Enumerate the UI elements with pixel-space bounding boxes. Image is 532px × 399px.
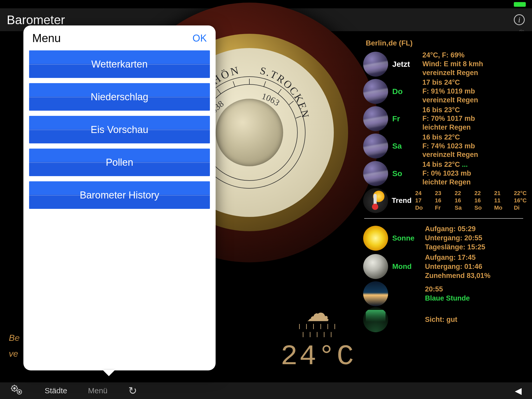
svg-line-24 (12, 386, 13, 387)
forecast-weather-icon (363, 161, 388, 186)
svg-line-26 (16, 386, 17, 387)
current-temp: 24°C (281, 340, 355, 373)
menu-item-barometer-history[interactable]: Barometer History (29, 181, 210, 209)
trend-cell: 16 (435, 197, 450, 204)
trend-cell: 16 (474, 197, 490, 204)
trend-icon (363, 188, 388, 213)
astro-row[interactable]: Sicht: gut (363, 307, 524, 332)
forecast-text: 17 bis 24°CF: 91% 1019 mbvereinzelt Rege… (422, 78, 478, 104)
svg-line-11 (289, 101, 294, 105)
trend-cell: 22 (474, 190, 490, 197)
moon-icon (363, 254, 388, 279)
settings-button[interactable] (10, 384, 24, 397)
popover-ok-button[interactable]: OK (192, 33, 207, 44)
forecast-row[interactable]: Do17 bis 24°CF: 91% 1019 mbvereinzelt Re… (363, 78, 524, 104)
svg-line-27 (12, 390, 13, 391)
trend-cell: 24 (415, 190, 431, 197)
forecast-day-label: So (392, 169, 418, 178)
forecast-weather-icon (363, 134, 388, 158)
popover-arrow-icon (103, 370, 115, 376)
sun-icon (363, 226, 388, 251)
menu-item-wetterkarten[interactable]: Wetterkarten (29, 50, 210, 78)
rain-cloud-icon: ☁ (281, 301, 355, 325)
info-button[interactable]: i (514, 14, 525, 25)
forecast-day-label: Jetzt (392, 60, 418, 69)
forecast-text: 14 bis 22°C ...F: 0% 1023 mbleichter Reg… (422, 160, 471, 187)
trend-grid: 242322222122°C171616161116°CDoFrSaSoMoDi (415, 190, 529, 211)
trend-cell: Sa (455, 204, 470, 211)
trend-cell: 17 (415, 197, 431, 204)
forecast-weather-icon (363, 52, 388, 77)
trend-cell: 21 (494, 190, 510, 197)
forecast-row[interactable]: Jetzt24°C, F: 69%Wind: E mit 8 kmhverein… (363, 51, 524, 77)
trend-cell: 23 (435, 190, 450, 197)
svg-line-8 (217, 89, 221, 94)
location-title: Berlin,de (FL) (366, 39, 524, 47)
astro-row[interactable]: SonneAufgang: 05:29Untergang: 20:55Tages… (363, 224, 524, 252)
forecast-row[interactable]: So14 bis 22°C ...F: 0% 1023 mbleichter R… (363, 160, 524, 187)
svg-line-9 (278, 89, 281, 94)
forecast-panel: Berlin,de (FL) Jetzt24°C, F: 69%Wind: E … (363, 39, 524, 333)
forecast-text: 16 bis 23°CF: 70% 1017 mbleichter Regen (422, 106, 475, 132)
forecast-row[interactable]: Fr16 bis 23°CF: 70% 1017 mbleichter Rege… (363, 106, 524, 132)
forecast-row[interactable]: Sa16 bis 22°CF: 74% 1023 mbvereinzelt Re… (363, 133, 524, 159)
reload-button[interactable]: ↻ (128, 385, 137, 397)
trend-cell: Di (514, 204, 529, 211)
astro-text: 20:55Blaue Stunde (425, 285, 470, 303)
svg-line-6 (233, 81, 235, 87)
astro-row[interactable]: 20:55Blaue Stunde (363, 281, 524, 306)
forecast-text: 16 bis 22°CF: 74% 1023 mbvereinzelt Rege… (422, 133, 478, 159)
trend-cell: 11 (494, 197, 510, 204)
rain-icon: ׀ ׀ ׀ ׀ ׀ ׀׀ ׀ ׀ ׀ ׀ (281, 322, 355, 338)
menu-button[interactable]: Menü (88, 386, 108, 395)
left-bottom-line1: Be (9, 330, 20, 346)
divider (364, 218, 523, 219)
aurora-icon (363, 307, 388, 332)
trend-cell: So (474, 204, 490, 211)
svg-point-17 (14, 387, 15, 389)
forecast-weather-icon (363, 106, 388, 131)
popover-title: Menu (32, 32, 61, 45)
astro-label: Sonne (392, 234, 421, 242)
bluehour-icon (363, 281, 388, 306)
left-bottom-line2: ve (9, 346, 20, 362)
astro-text: Aufgang: 05:29Untergang: 20:55Tageslänge… (425, 224, 485, 252)
forecast-day-label: Do (392, 87, 418, 96)
astro-text: Aufgang: 17:45Untergang: 01:46Zunehmend … (425, 253, 490, 280)
trend-row: Trend 242322222122°C171616161116°CDoFrSa… (363, 188, 524, 213)
trend-cell: 16 (455, 197, 470, 204)
left-bottom-text: Be ve (9, 330, 20, 362)
battery-icon (514, 2, 526, 7)
back-button[interactable]: ◀ (515, 385, 522, 396)
astro-text: Sicht: gut (425, 315, 457, 324)
svg-line-7 (264, 81, 266, 87)
svg-point-19 (19, 391, 20, 393)
trend-label: Trend (392, 196, 411, 205)
svg-line-25 (16, 390, 17, 391)
current-conditions: ☁ ׀ ׀ ׀ ׀ ׀ ׀׀ ׀ ׀ ׀ ׀ 24°C (281, 301, 355, 373)
trend-cell: Do (415, 204, 431, 211)
trend-cell: 22 (455, 190, 470, 197)
toolbar: Städte Menü ↻ ◀ (0, 382, 532, 399)
trend-cell: 16°C (514, 197, 529, 204)
page-title: Barometer (7, 13, 65, 27)
forecast-day-label: Fr (392, 114, 418, 123)
trend-cell: Fr (435, 204, 450, 211)
menu-item-niederschlag[interactable]: Niederschlag (29, 83, 210, 111)
cities-button[interactable]: Städte (45, 386, 67, 395)
menu-item-eis-vorschau[interactable]: Eis Vorschau (29, 116, 210, 143)
forecast-weather-icon (363, 79, 388, 104)
forecast-day-label: Sa (392, 142, 418, 150)
trend-cell: Mo (494, 204, 510, 211)
menu-item-pollen[interactable]: Pollen (29, 149, 210, 176)
forecast-text: 24°C, F: 69%Wind: E mit 8 kmhvereinzelt … (422, 51, 483, 77)
astro-label: Mond (392, 262, 421, 271)
trend-cell: 22°C (514, 190, 529, 197)
menu-popover: Menu OK WetterkartenNiederschlagEis Vors… (23, 25, 216, 370)
astro-row[interactable]: MondAufgang: 17:45Untergang: 01:46Zunehm… (363, 253, 524, 280)
